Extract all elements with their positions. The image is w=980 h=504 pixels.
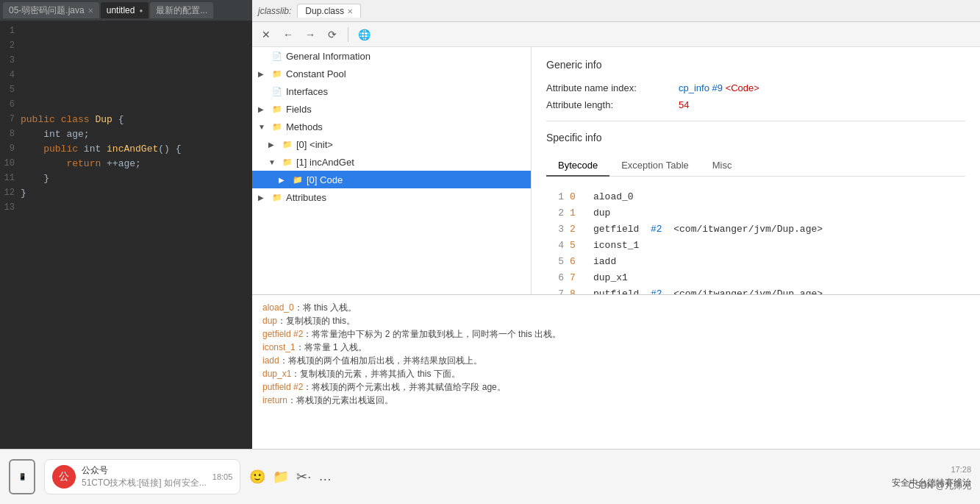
tree-label-code: [0] Code — [307, 174, 343, 185]
editor-line: 3 — [0, 53, 252, 68]
nav-back-button[interactable]: ← — [280, 26, 296, 43]
note-line: aload_0：将 this 入栈。 — [262, 301, 970, 314]
emoji-dots[interactable]: … — [318, 469, 332, 485]
notification-item[interactable]: 公 公众号 51CTO技术栈:[链接] 如何安全... 18:05 — [44, 459, 240, 494]
note-line: putfield #2：将栈顶的两个元素出栈，并将其赋值给字段 age。 — [262, 380, 970, 394]
specific-info-title: Specific info — [546, 132, 965, 146]
editor-line: 4 — [0, 68, 252, 82]
attribute-name-row: Attribute name index: cp_info #9 <Code> — [546, 82, 965, 93]
tree-arrow-incandget: ▼ — [268, 158, 279, 166]
notification-content: 公众号 51CTO技术栈:[链接] 如何安全... — [82, 464, 207, 489]
folder-icon-fields: 📁 — [271, 103, 283, 115]
note-line: dup：复制栈顶的 this。 — [262, 314, 970, 327]
editor-line: 8 int age; — [0, 127, 252, 141]
note-line: ireturn：将栈顶的元素出栈返回。 — [262, 394, 970, 407]
tree-label-interfaces: Interfaces — [286, 86, 328, 97]
content-tabs: Bytecode Exception Table Misc — [546, 155, 965, 177]
folder-icon-methods: 📁 — [271, 121, 283, 132]
code-link[interactable]: <Code> — [726, 82, 759, 93]
tree-label-init: [0] <init> — [296, 139, 333, 150]
notes-panel: aload_0：将 this 入栈。 dup：复制栈顶的 this。 getfi… — [252, 294, 980, 449]
tree-arrow-init: ▶ — [268, 141, 279, 149]
nav-browser-button[interactable]: 🌐 — [356, 26, 372, 43]
editor-area: 05-弱密码问题.java ✕ untitled ● 最新的配置... 1 2 … — [0, 0, 252, 449]
editor-line: 1 — [0, 24, 252, 38]
folder-icon-constant: 📁 — [271, 68, 283, 79]
table-row: 6 7 dup_x1 — [546, 269, 965, 285]
dup-class-label: Dup.class — [305, 6, 344, 16]
dup-class-tab[interactable]: Dup.class ✕ — [297, 4, 361, 18]
tree-label-incandget: [1] incAndGet — [296, 157, 354, 168]
emoji-smile[interactable]: 🙂 — [249, 469, 265, 485]
tree-label-attributes: Attributes — [286, 192, 326, 203]
editor-line: 12 } — [0, 185, 252, 200]
tree-item-methods[interactable]: ▼ 📁 Methods — [252, 118, 531, 135]
tree-item-attributes[interactable]: ▶ 📁 Attributes — [252, 188, 531, 206]
file-icon-general: 📄 — [271, 50, 283, 62]
tree-item-constant-pool[interactable]: ▶ 📁 Constant Pool — [252, 65, 531, 82]
table-row: 3 2 getfield #2 <com/itwanger/jvm/Dup.ag… — [546, 221, 965, 237]
dup-class-close-icon[interactable]: ✕ — [347, 7, 353, 15]
editor-line: 9 public int incAndGet() { — [0, 141, 252, 156]
editor-line: 11 } — [0, 171, 252, 185]
tab-close-icon[interactable]: ✕ — [87, 7, 93, 15]
emoji-scissors[interactable]: ✂· — [296, 469, 311, 485]
table-row: 1 0 aload_0 — [546, 188, 965, 205]
note-line: iconst_1：将常量 1 入栈。 — [262, 341, 970, 354]
cp-info-link[interactable]: cp_info #9 — [679, 82, 723, 93]
tab-label: 05-弱密码问题.java — [9, 4, 85, 17]
jclasslib-label: jclasslib: — [258, 6, 291, 16]
tree-label-fields: Fields — [286, 104, 312, 115]
tree-label-methods: Methods — [286, 121, 323, 132]
note-line: getfield #2：将常量池中下标为 2 的常量加载到栈上，同时将一个 th… — [262, 327, 970, 341]
tree-item-incandget[interactable]: ▼ 📁 [1] incAndGet — [252, 153, 531, 171]
editor-line: 5 — [0, 82, 252, 97]
editor-line: 13 — [0, 200, 252, 215]
editor-line: 7 public class Dup { — [0, 112, 252, 127]
tree-item-interfaces[interactable]: 📄 Interfaces — [252, 82, 531, 100]
tree-item-code[interactable]: ▶ 📁 [0] Code — [252, 171, 531, 188]
csdn-watermark: CSDN @九师兄 — [908, 480, 971, 492]
notification-app-icon: 公 — [52, 465, 76, 489]
bottom-bar: 📱 公 公众号 51CTO技术栈:[链接] 如何安全... 18:05 🙂 📁 … — [0, 449, 980, 504]
file-icon-interfaces: 📄 — [271, 85, 283, 97]
tab-bytecode[interactable]: Bytecode — [546, 155, 609, 177]
notification-source: 51CTO技术栈:[链接] 如何安全... — [82, 477, 207, 489]
jclasslib-header: jclasslib: Dup.class ✕ — [252, 0, 980, 22]
phone-icon: 📱 — [9, 459, 35, 494]
tree-label-general: General Information — [286, 51, 371, 62]
generic-info-title: Generic info — [546, 59, 965, 74]
emoji-bar: 🙂 📁 ✂· … — [249, 469, 332, 485]
tab-exception-table[interactable]: Exception Table — [609, 155, 701, 177]
tree-item-general-info[interactable]: 📄 General Information — [252, 47, 531, 65]
folder-icon-attributes: 📁 — [271, 191, 283, 203]
nav-forward-button[interactable]: → — [302, 26, 318, 43]
jclasslib-nav-bar: ✕ ← → ⟳ 🌐 — [252, 22, 980, 47]
tree-item-init[interactable]: ▶ 📁 [0] <init> — [252, 135, 531, 153]
tab-label: 最新的配置... — [156, 4, 207, 17]
editor-line: 10 return ++age; — [0, 156, 252, 171]
tab-misc[interactable]: Misc — [701, 155, 744, 177]
attribute-length-value: 54 — [679, 99, 689, 110]
table-row: 2 1 dup — [546, 205, 965, 221]
editor-content: 1 2 3 4 5 6 7 public class Dup { 8 int a… — [0, 21, 252, 218]
table-row: 4 5 iconst_1 — [546, 237, 965, 253]
table-row: 5 6 iadd — [546, 253, 965, 269]
tab-untitled[interactable]: untitled ● — [101, 2, 149, 18]
tab-weak-password[interactable]: 05-弱密码问题.java ✕ — [3, 2, 99, 18]
tab-label: untitled — [107, 5, 135, 15]
emoji-folder[interactable]: 📁 — [273, 469, 289, 485]
attribute-length-label: Attribute length: — [546, 99, 679, 110]
attribute-length-row: Attribute length: 54 — [546, 99, 965, 110]
note-line: iadd：将栈顶的两个值相加后出栈，并将结果放回栈上。 — [262, 354, 970, 367]
tree-item-fields[interactable]: ▶ 📁 Fields — [252, 100, 531, 118]
tab-latest-config[interactable]: 最新的配置... — [150, 2, 213, 18]
tree-label-constant: Constant Pool — [286, 68, 346, 79]
folder-icon-code: 📁 — [292, 174, 304, 185]
folder-icon-incandget: 📁 — [282, 156, 293, 168]
editor-line: 2 — [0, 38, 252, 53]
nav-close-button[interactable]: ✕ — [258, 26, 274, 43]
nav-refresh-button[interactable]: ⟳ — [324, 26, 340, 43]
notif-time-2: 17:28 — [951, 465, 971, 474]
divider — [546, 121, 965, 121]
